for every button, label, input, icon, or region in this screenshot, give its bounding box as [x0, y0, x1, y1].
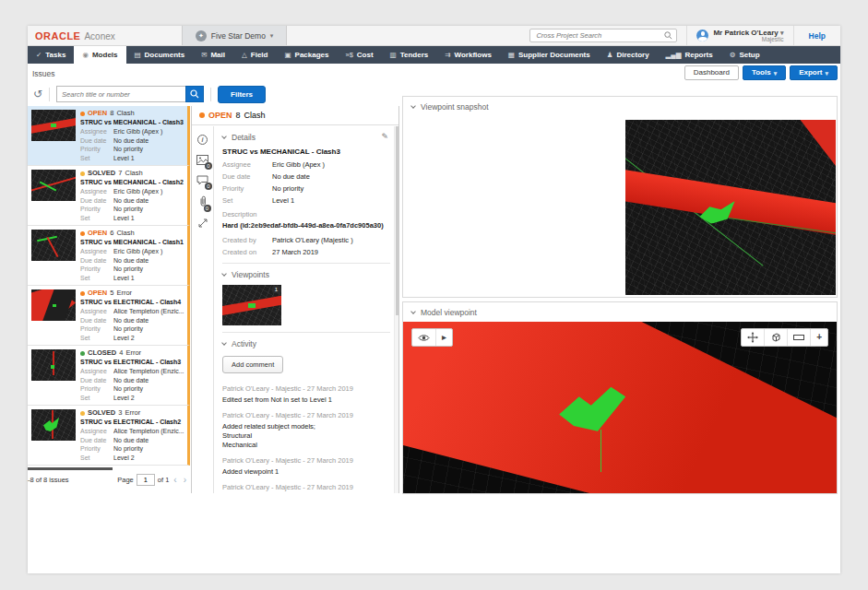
- page-number-input[interactable]: [137, 474, 155, 486]
- chevron-down-icon: ▾: [270, 32, 274, 40]
- next-page-icon[interactable]: ›: [182, 476, 188, 485]
- pan-icon[interactable]: [742, 329, 765, 346]
- issue-list-item-3[interactable]: SOLVED3Error STRUC vs ELECTRICAL - Clash…: [28, 406, 190, 466]
- tab-documents[interactable]: ▤Documents: [126, 46, 194, 64]
- section-activity[interactable]: Activity: [222, 339, 390, 348]
- supplier-documents-icon: ▦: [508, 51, 515, 59]
- chevron-down-icon: [410, 309, 416, 314]
- issue-title: STRUC vs MECHANICAL - Clash1: [80, 239, 184, 247]
- mail-icon: ✉: [201, 51, 207, 59]
- issue-number: 8: [236, 111, 241, 120]
- tab-tasks[interactable]: ✓Tasks: [28, 46, 74, 64]
- tab-directory[interactable]: ♟Directory: [599, 46, 658, 64]
- issue-count: -8 of 8 issues: [28, 476, 69, 484]
- related-items-icon[interactable]: [197, 218, 208, 229]
- issue-type: Clash: [244, 111, 266, 120]
- viewpoints-count-badge: 0: [205, 162, 212, 170]
- workflows-icon: ⇉: [445, 51, 450, 59]
- issue-type: Error: [125, 349, 141, 358]
- tab-workflows[interactable]: ⇉Workflows: [436, 46, 500, 64]
- search-button[interactable]: [185, 86, 204, 102]
- fit-view-icon[interactable]: [788, 329, 811, 346]
- oracle-aconex-logo: ORACLE Aconex: [28, 30, 125, 41]
- viewpoint-snapshot-section: Viewpoint snapshot: [402, 96, 838, 298]
- cross-project-search[interactable]: [529, 29, 677, 42]
- expand-toolbar-icon[interactable]: ▸: [436, 329, 452, 346]
- page-of-label: of 1: [158, 476, 170, 484]
- issue-type: Error: [125, 409, 140, 418]
- assignee-value: Eric Gibb (Apex ): [272, 160, 390, 169]
- issue-thumbnail: [31, 170, 76, 201]
- issue-status: SOLVED: [88, 170, 115, 178]
- export-button[interactable]: Export▾: [790, 65, 838, 80]
- tab-setup[interactable]: ⚙Setup: [721, 46, 768, 64]
- top-bar: ORACLE Aconex ✦ Five Star Demo ▾ Mr Patr…: [28, 26, 840, 46]
- tab-models[interactable]: ◉Models: [74, 46, 125, 64]
- set-value: Level 1: [272, 196, 390, 205]
- packages-icon: ▣: [284, 51, 291, 59]
- search-icon[interactable]: [664, 31, 672, 40]
- tab-packages[interactable]: ▣Packages: [276, 46, 337, 64]
- tab-mail[interactable]: ✉Mail: [193, 46, 233, 64]
- attachments-icon[interactable]: 0: [198, 195, 208, 207]
- user-menu[interactable]: Mr Patrick O'Leary ▾ Majestic: [686, 26, 792, 45]
- issue-list-item-7[interactable]: SOLVED7Clash STRUC vs MECHANICAL - Clash…: [28, 166, 190, 226]
- status-dot: [80, 351, 85, 356]
- add-comment-button[interactable]: Add comment: [222, 356, 283, 373]
- issue-type: Clash: [116, 230, 134, 238]
- visibility-eye-icon[interactable]: [412, 329, 436, 346]
- issue-title: STRUC vs ELECTRICAL - Clash2: [80, 419, 184, 427]
- search-icon: [190, 89, 199, 99]
- viewpoint-snapshot-image: [625, 120, 836, 295]
- tab-cost[interactable]: »$Cost: [337, 46, 381, 64]
- previous-page-icon[interactable]: ‹: [172, 476, 178, 485]
- issue-list: OPEN8Clash STRUC vs MECHANICAL - Clash3 …: [28, 106, 190, 493]
- viewpoints-icon[interactable]: 0: [196, 155, 208, 165]
- section-viewpoints[interactable]: Viewpoints: [222, 270, 390, 279]
- viewpoint-thumbnail[interactable]: 1: [222, 285, 281, 325]
- chevron-down-icon: [221, 134, 227, 139]
- chevron-down-icon: ▾: [825, 70, 828, 77]
- cross-project-search-input[interactable]: [534, 30, 664, 41]
- tab-field[interactable]: △Field: [233, 46, 276, 64]
- model-3d-viewport[interactable]: [403, 322, 837, 493]
- model-viewpoint-header[interactable]: Model viewpoint: [403, 302, 837, 322]
- issue-status: SOLVED: [88, 409, 115, 418]
- issue-search-input[interactable]: [56, 86, 185, 102]
- issue-status: OPEN: [88, 110, 107, 118]
- vertical-scrollbar[interactable]: [394, 126, 398, 493]
- issue-list-item-6[interactable]: OPEN6Clash STRUC vs MECHANICAL - Clash1 …: [28, 226, 190, 286]
- issue-list-item-8[interactable]: OPEN8Clash STRUC vs MECHANICAL - Clash3 …: [28, 106, 190, 166]
- detail-icon-rail: i 0 0 0: [192, 126, 214, 493]
- section-details[interactable]: Details ✎: [222, 133, 390, 142]
- viewpoint-snapshot-header[interactable]: Viewpoint snapshot: [403, 97, 837, 116]
- comments-icon[interactable]: 0: [196, 175, 208, 185]
- project-selector[interactable]: ✦ Five Star Demo ▾: [182, 26, 288, 45]
- tab-reports[interactable]: ▂▄▆Reports: [658, 46, 721, 64]
- issue-list-item-4[interactable]: CLOSED4Error STRUC vs ELECTRICAL - Clash…: [28, 346, 190, 406]
- issue-status: OPEN: [208, 111, 232, 120]
- issue-number: 3: [118, 409, 122, 418]
- filters-button[interactable]: Filters: [218, 86, 266, 103]
- refresh-icon[interactable]: ↺: [33, 88, 42, 100]
- tab-tenders[interactable]: ▥Tenders: [382, 46, 437, 64]
- horizontal-scrollbar[interactable]: [28, 467, 190, 471]
- issue-thumbnail: [31, 289, 76, 321]
- breadcrumb: Issues: [32, 69, 55, 78]
- section-box-icon[interactable]: [765, 329, 788, 346]
- tools-button[interactable]: Tools▾: [743, 65, 786, 80]
- status-dot: [199, 112, 205, 118]
- user-organization: Majestic: [713, 36, 783, 42]
- created-by-value: Patrick O'Leary (Majestic ): [272, 236, 390, 244]
- page-label: Page: [117, 476, 134, 484]
- edit-icon[interactable]: ✎: [381, 132, 388, 141]
- dashboard-button[interactable]: Dashboard: [684, 65, 739, 80]
- help-link[interactable]: Help: [793, 26, 840, 45]
- tab-supplier-documents[interactable]: ▦Supplier Documents: [500, 46, 599, 64]
- zoom-in-icon[interactable]: +: [811, 329, 827, 346]
- issue-number: 5: [110, 289, 113, 298]
- activity-entry: Patrick O'Leary - Majestic - 27 March 20…: [222, 483, 390, 493]
- field-icon: △: [242, 51, 247, 59]
- issue-list-item-5[interactable]: OPEN5Error STRUC vs ELECTRICAL - Clash4 …: [28, 286, 190, 346]
- info-icon[interactable]: i: [197, 135, 208, 145]
